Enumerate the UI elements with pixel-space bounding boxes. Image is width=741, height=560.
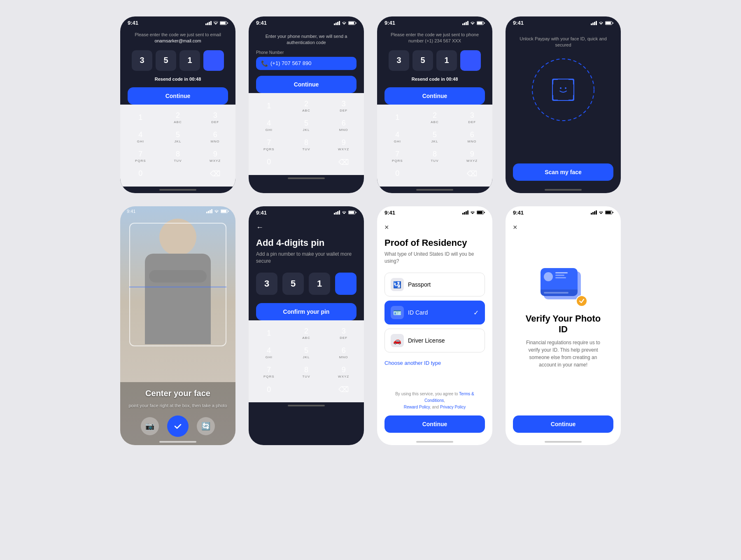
back-button-pin[interactable]: ← [256, 223, 357, 232]
key-4[interactable]: 4GHI [122, 127, 159, 147]
status-bar-1: 9:41 [120, 16, 235, 28]
key-2-7[interactable]: 7PQRS [250, 135, 288, 154]
status-bar-2: 9:41 [249, 16, 364, 28]
phone-input-row[interactable]: 📞 (+1) 707 567 890 [256, 57, 357, 70]
status-bar-4: 9:41 [506, 16, 621, 28]
camera-flip-button[interactable]: 🔄 [197, 417, 215, 435]
terms-link[interactable]: Terms & Conditions [424, 392, 474, 403]
face-scan-bracket [552, 79, 574, 101]
key-pin-6[interactable]: 6MNO [325, 343, 362, 362]
key-2-0[interactable]: 0 [250, 154, 288, 170]
key-3-1[interactable]: 1 [379, 108, 416, 127]
key-2-1[interactable]: 1 [250, 96, 288, 116]
key-1[interactable]: 1 [122, 108, 159, 127]
otp-box-3-2: 5 [412, 50, 433, 71]
key-pin-8[interactable]: 8TUV [288, 362, 325, 382]
phone-input-section: Enter your phone number, we will send a … [249, 28, 364, 93]
otp-digits-1: 3 5 1 [128, 50, 228, 71]
key-3-3[interactable]: 3DEF [453, 108, 491, 127]
svg-rect-12 [349, 22, 354, 24]
key-3-4[interactable]: 4GHI [379, 127, 416, 147]
svg-rect-58 [613, 212, 613, 213]
continue-button-por[interactable]: Continue [384, 415, 485, 433]
phone-input-value: (+1) 707 567 890 [270, 60, 311, 66]
key-pin-0[interactable]: 0 [250, 382, 288, 397]
battery-icon-3 [477, 21, 485, 25]
signal-icon-por [462, 210, 468, 215]
scan-face-button[interactable]: Scan my face [513, 163, 613, 181]
choose-another-link[interactable]: Choose another ID type [384, 360, 485, 366]
camera-gallery-button[interactable]: 📷 [141, 417, 159, 435]
key-3-backspace[interactable]: ⌫ [453, 166, 491, 182]
key-3-7[interactable]: 7PQRS [379, 147, 416, 166]
key-pin-9[interactable]: 9WXYZ [325, 362, 362, 382]
svg-rect-17 [467, 21, 468, 25]
camera-capture-button[interactable] [167, 415, 189, 437]
key-8[interactable]: 8TUV [159, 147, 197, 166]
phone-flag: 📞 [261, 60, 268, 67]
svg-rect-52 [591, 213, 592, 215]
key-3[interactable]: 3DEF [196, 108, 234, 127]
key-7[interactable]: 7PQRS [122, 147, 159, 166]
key-pin-5[interactable]: 5JKL [288, 343, 325, 362]
wifi-icon-3 [470, 21, 475, 25]
key-pin-2[interactable]: 2ABC [288, 324, 325, 343]
otp-box-1: 3 [132, 50, 152, 71]
verify-illustration [541, 268, 586, 305]
key-6[interactable]: 6MNO [196, 127, 234, 147]
key-3-8[interactable]: 8TUV [416, 147, 454, 166]
id-line-2 [555, 275, 564, 276]
verify-center: Verify Your Photo ID Financial regulatio… [513, 238, 613, 415]
close-button-por[interactable]: × [384, 223, 485, 232]
key-2-3[interactable]: 3DEF [325, 96, 362, 116]
svg-rect-54 [594, 211, 595, 215]
key-3-5[interactable]: 5JKL [416, 127, 454, 147]
key-pin-4[interactable]: 4GHI [250, 343, 288, 362]
key-3-6[interactable]: 6MNO [453, 127, 491, 147]
svg-rect-40 [337, 211, 338, 215]
key-pin-1[interactable]: 1 [250, 324, 288, 343]
status-bar-verify: 9:41 [506, 206, 621, 217]
confirm-pin-button[interactable]: Confirm your pin [256, 303, 357, 320]
key-2-5[interactable]: 5JKL [288, 116, 325, 135]
key-2-9[interactable]: 9WXYZ [325, 135, 362, 154]
key-2-6[interactable]: 6MNO [325, 116, 362, 135]
key-9[interactable]: 9WXYZ [196, 147, 234, 166]
key-pin-7[interactable]: 7PQRS [250, 362, 288, 382]
status-icons-por [462, 210, 485, 215]
key-5[interactable]: 5JKL [159, 127, 197, 147]
key-3-2[interactable]: 2ABC [416, 108, 454, 127]
key-3-0[interactable]: 0 [379, 166, 416, 182]
key-0[interactable]: 0 [122, 166, 159, 182]
signal-icon-cam [206, 209, 212, 213]
reward-link[interactable]: Reward Policy [404, 405, 430, 409]
svg-rect-44 [356, 212, 357, 213]
key-pin-backspace[interactable]: ⌫ [325, 382, 362, 397]
passport-option[interactable]: 🛂 Passport [384, 273, 485, 296]
passport-label: Passport [408, 281, 479, 288]
scan-frame [129, 223, 226, 346]
key-2-8[interactable]: 8TUV [288, 135, 325, 154]
id-card-option[interactable]: 🪪 ID Card ✓ [384, 301, 485, 324]
numpad-1: 1 2ABC 3DEF 4GHI 5JKL 6MNO 7PQRS 8TUV 9W… [120, 105, 235, 187]
key-pin-3[interactable]: 3DEF [325, 324, 362, 343]
continue-button-1[interactable]: Continue [128, 87, 228, 105]
key-2-backspace[interactable]: ⌫ [325, 154, 362, 170]
continue-button-verify[interactable]: Continue [513, 415, 613, 433]
driver-license-option[interactable]: 🚗 Driver License [384, 329, 485, 352]
continue-button-2[interactable]: Continue [256, 76, 357, 93]
key-2[interactable]: 2ABC [159, 108, 197, 127]
close-button-verify[interactable]: × [513, 223, 613, 232]
key-backspace[interactable]: ⌫ [196, 166, 234, 182]
center-face-text: Center your face [145, 389, 210, 398]
privacy-link[interactable]: Privacy Policy [440, 405, 466, 409]
key-3-9[interactable]: 9WXYZ [453, 147, 491, 166]
svg-rect-45 [462, 213, 464, 215]
status-icons-pin [334, 210, 357, 215]
key-2-4[interactable]: 4GHI [250, 116, 288, 135]
svg-rect-16 [466, 22, 467, 25]
resend-3: Resend code in 00:48 [384, 77, 485, 82]
continue-button-3[interactable]: Continue [384, 87, 485, 105]
key-2-2[interactable]: 2ABC [288, 96, 325, 116]
proof-of-residency-screen: 9:41 × Proof of Residency What type of U… [377, 206, 492, 445]
